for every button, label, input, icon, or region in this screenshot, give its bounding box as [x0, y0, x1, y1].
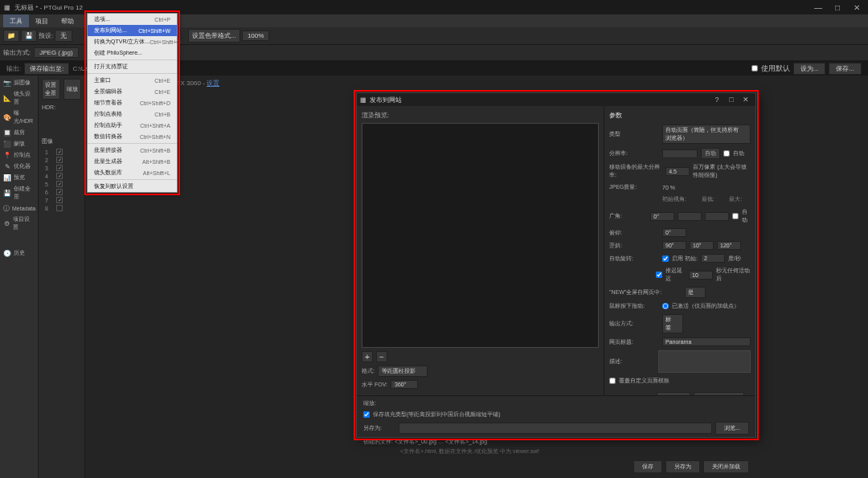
image-checkbox[interactable]	[56, 157, 63, 163]
fov-a-input[interactable]	[650, 212, 674, 221]
dd-cp-table[interactable]: 控制点表格Ctrl+B	[88, 108, 177, 120]
tilt-a-input[interactable]	[662, 241, 686, 250]
pitch-a-input[interactable]	[662, 228, 686, 237]
image-row[interactable]: 1	[42, 149, 81, 155]
template-button[interactable]: 自定义模板...	[694, 392, 744, 395]
defs-checkbox[interactable]	[609, 378, 616, 384]
page-button[interactable]: 页面...	[657, 392, 690, 395]
toolbar-icon[interactable]: 📁	[3, 30, 19, 42]
desc-textarea[interactable]	[658, 350, 751, 373]
dd-cp-assistant[interactable]: 控制点助手Ctrl+Shift+A	[88, 120, 177, 131]
dd-lens-db[interactable]: 镜头数据库Alt+Shift+L	[88, 167, 177, 178]
image-row[interactable]: 4	[42, 173, 81, 179]
dialog-saveas-button[interactable]: 另存为	[665, 460, 700, 473]
save-path-field[interactable]: 保存输出至:	[24, 63, 69, 75]
dd-philosphere[interactable]: 创建 PhiloSphere...	[88, 47, 177, 59]
sidebar-item-history[interactable]: 🕓历史	[0, 247, 38, 259]
sidebar-item-exposure[interactable]: 🎨曝光/HDR	[0, 108, 38, 127]
dialog-save-button[interactable]: 保存	[633, 460, 662, 473]
minimize-button[interactable]: —	[810, 2, 826, 13]
save-fill-checkbox[interactable]	[363, 411, 370, 418]
tilt-b-input[interactable]	[690, 241, 714, 250]
image-row[interactable]: 7	[42, 197, 81, 203]
toolbar-icon[interactable]: 💾	[21, 30, 37, 42]
sidebar-item-preview[interactable]: 📊预览	[0, 172, 38, 183]
image-row[interactable]: 6	[42, 189, 81, 195]
saveas-input[interactable]	[399, 423, 712, 434]
dd-batch-stitcher[interactable]: 批量拼接器Ctrl+Shift+B	[88, 145, 177, 156]
image-row[interactable]: 5	[42, 181, 81, 187]
remove-button[interactable]: −	[376, 351, 387, 362]
dd-options[interactable]: 选项...Ctrl+P	[88, 14, 177, 25]
fmt-select[interactable]: 等距圆柱投影	[378, 366, 428, 377]
wrap-checkbox[interactable]	[732, 213, 739, 219]
image-row[interactable]: 8	[42, 205, 81, 211]
dialog-close-button[interactable]: 关闭并加载	[703, 460, 749, 473]
embed-select[interactable]: 是	[685, 287, 706, 298]
image-checkbox[interactable]	[56, 165, 63, 171]
dd-main-window[interactable]: 主窗口Ctrl+E	[88, 75, 177, 86]
click-radio[interactable]	[662, 303, 669, 309]
rot-delay-checkbox[interactable]	[656, 272, 662, 278]
save-default-button[interactable]: 设为...	[793, 63, 826, 75]
image-checkbox[interactable]	[56, 197, 63, 203]
dialog-close-button[interactable]: ✕	[739, 96, 752, 104]
dd-qtvr[interactable]: 转换为QTVR/立方体...Ctrl+Shift+Q	[88, 36, 177, 47]
sidebar-item-lens[interactable]: 📐镜头设置	[0, 88, 38, 108]
dd-restore-defaults[interactable]: 恢复到默认设置	[88, 181, 177, 192]
auto-dim-button[interactable]: 自动	[701, 148, 720, 159]
sidebar-item-export[interactable]: 💾创建全景	[0, 183, 38, 202]
image-row[interactable]: 2	[42, 157, 81, 163]
bands-button[interactable]: 设置色带格式...	[188, 29, 240, 43]
sidebar-item-sources[interactable]: 📷源图像	[0, 77, 38, 88]
title-input[interactable]	[662, 337, 751, 346]
fov-c-input[interactable]	[705, 212, 729, 221]
dialog-maximize-button[interactable]: □	[725, 96, 738, 104]
zoom-button[interactable]: 缩放	[63, 79, 82, 100]
save-button[interactable]: 保存...	[829, 63, 862, 75]
browse-button[interactable]: 浏览...	[715, 422, 749, 435]
image-checkbox[interactable]	[56, 181, 63, 187]
breadcrumb-link[interactable]: 设置	[207, 80, 219, 87]
out-select[interactable]: 标签	[662, 314, 683, 333]
sidebar-item-optimizer[interactable]: ✎优化器	[0, 161, 38, 172]
dd-num-converter[interactable]: 数值转换器Ctrl+Shift+N	[88, 131, 177, 142]
dim-auto-checkbox[interactable]	[723, 150, 730, 157]
use-default-checkbox[interactable]	[751, 65, 758, 71]
type-select[interactable]: 自动页面（简陋，但支持所有浏览器）	[662, 125, 751, 144]
fov-input[interactable]	[391, 380, 418, 389]
dd-batch-builder[interactable]: 批量生成器Alt+Shift+B	[88, 156, 177, 167]
sidebar-item-crop[interactable]: 🔲裁剪	[0, 127, 38, 138]
image-checkbox[interactable]	[56, 173, 63, 179]
image-row[interactable]: 3	[42, 165, 81, 171]
menu-help[interactable]: 帮助	[55, 14, 80, 27]
image-checkbox[interactable]	[56, 149, 63, 155]
image-checkbox[interactable]	[56, 189, 63, 195]
rot-delay-input[interactable]	[689, 271, 713, 280]
sidebar-item-mask[interactable]: ⬛蒙版	[0, 138, 38, 149]
tilt-c-input[interactable]	[717, 241, 741, 250]
max-input[interactable]	[665, 167, 690, 176]
menu-project[interactable]: 项目	[29, 14, 55, 27]
dim-input[interactable]	[662, 149, 698, 158]
out-fmt-select[interactable]: JPEG (.jpg)	[34, 47, 78, 58]
rot-enable-checkbox[interactable]	[662, 255, 669, 262]
fov-b-input[interactable]	[678, 212, 702, 221]
rot-speed-input[interactable]	[701, 254, 725, 263]
zoom-select[interactable]: 100%	[242, 31, 269, 41]
sidebar-item-cp[interactable]: 📍控制点	[0, 149, 38, 161]
maximize-button[interactable]: □	[829, 2, 845, 13]
image-checkbox[interactable]	[56, 205, 63, 211]
set-pano-button[interactable]: 设置全景	[42, 79, 60, 100]
dd-publish[interactable]: 发布到网站...Ctrl+Shift+W	[88, 25, 177, 36]
dd-pano-editor[interactable]: 全景编辑器Ctrl+E	[88, 86, 177, 97]
dd-support[interactable]: 打开支持票证	[88, 61, 177, 72]
menu-tools[interactable]: 工具	[3, 14, 29, 27]
dialog-help-button[interactable]: ?	[710, 96, 723, 104]
add-button[interactable]: +	[362, 351, 373, 362]
dd-detail-viewer[interactable]: 细节查看器Ctrl+Shift+D	[88, 97, 177, 108]
preset-select[interactable]: 无	[55, 30, 72, 42]
close-button[interactable]: ✕	[849, 2, 865, 13]
sidebar-item-project[interactable]: ⚙项目设置	[0, 214, 38, 233]
sidebar-item-metadata[interactable]: ⓘMetadata	[0, 202, 38, 214]
